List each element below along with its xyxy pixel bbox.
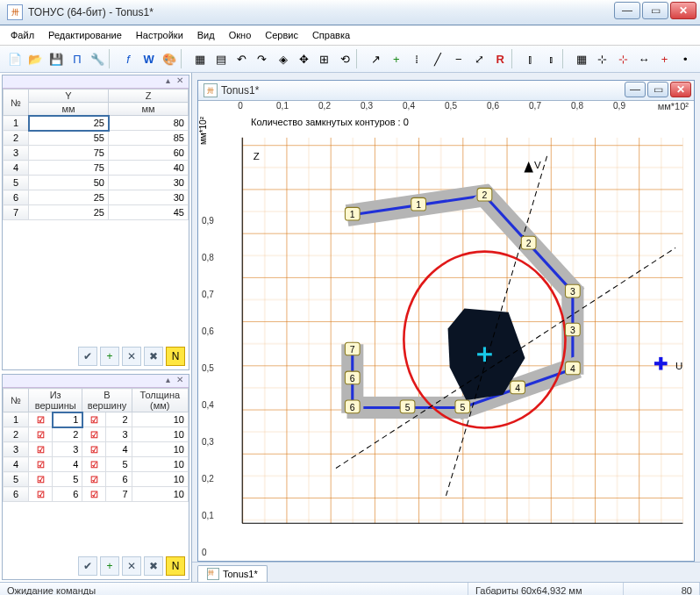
cell-y[interactable]: 55: [29, 131, 109, 146]
table-row-header[interactable]: 5: [4, 176, 29, 190]
add-icon[interactable]: +: [100, 556, 119, 576]
save-icon[interactable]: 💾: [46, 49, 66, 68]
grid2-icon[interactable]: ▤: [211, 49, 231, 68]
menu-settings[interactable]: Настройки: [131, 28, 189, 42]
cell-from[interactable]: 1: [53, 412, 82, 427]
table-row-header[interactable]: 6: [4, 190, 29, 205]
doc-maximize-button[interactable]: ▭: [647, 82, 668, 97]
n-icon[interactable]: N: [166, 556, 185, 576]
cell-y[interactable]: 75: [29, 146, 109, 161]
cell-chk[interactable]: ☑: [29, 472, 53, 487]
panel-close-icon[interactable]: ▴ ✕: [3, 375, 189, 388]
cell-z[interactable]: 85: [109, 131, 189, 146]
cell-chk[interactable]: ☑: [82, 427, 106, 442]
axes1-icon[interactable]: ⊹: [593, 49, 612, 68]
cell-chk[interactable]: ☑: [29, 487, 53, 502]
doc-minimize-button[interactable]: —: [625, 82, 646, 97]
hatch-icon[interactable]: ▦: [572, 49, 591, 68]
menu-service[interactable]: Сервис: [260, 28, 304, 42]
cell-to[interactable]: 3: [106, 427, 132, 442]
clear-icon[interactable]: ✖: [144, 347, 163, 366]
mirror-v-icon[interactable]: ⫾: [542, 49, 561, 68]
minimize-button[interactable]: —: [614, 2, 640, 19]
cell-z[interactable]: 45: [109, 205, 189, 220]
axes2-icon[interactable]: ⊹: [613, 49, 632, 68]
dash2-icon[interactable]: −: [449, 49, 468, 68]
cell-z[interactable]: 30: [109, 176, 189, 190]
cell-to[interactable]: 5: [106, 457, 132, 472]
cell-chk[interactable]: ☑: [29, 442, 53, 457]
n-icon[interactable]: N: [166, 347, 185, 366]
cell-thick[interactable]: 10: [132, 427, 188, 442]
table-row-header[interactable]: 2: [4, 131, 29, 146]
palette-icon[interactable]: 🎨: [161, 49, 180, 68]
table-row-header[interactable]: 4: [4, 161, 29, 176]
dot-icon[interactable]: •: [675, 49, 695, 68]
table-row-header[interactable]: 4: [4, 457, 29, 472]
new-file-icon[interactable]: 📄: [5, 49, 25, 68]
cell-chk[interactable]: ☑: [82, 412, 106, 427]
cell-chk[interactable]: ☑: [29, 457, 53, 472]
cell-thick[interactable]: 10: [132, 442, 188, 457]
mirror-h-icon[interactable]: ⫿: [521, 49, 540, 68]
apply-icon[interactable]: ✔: [78, 347, 97, 366]
menu-window[interactable]: Окно: [224, 28, 257, 42]
table-row-header[interactable]: 7: [4, 205, 29, 220]
table-row-header[interactable]: 6: [4, 487, 29, 502]
grid1-icon[interactable]: ▦: [190, 49, 210, 68]
cell-thick[interactable]: 10: [132, 472, 188, 487]
dim-icon[interactable]: ↔: [634, 49, 654, 68]
table-row-header[interactable]: 1: [4, 116, 29, 131]
menu-help[interactable]: Справка: [307, 28, 355, 42]
cell-chk[interactable]: ☑: [82, 487, 106, 502]
table-row-header[interactable]: 3: [4, 442, 29, 457]
refresh-icon[interactable]: ⟲: [336, 49, 355, 68]
delete-icon[interactable]: ✕: [122, 556, 141, 576]
cell-thick[interactable]: 10: [132, 412, 188, 427]
cell-chk[interactable]: ☑: [82, 457, 106, 472]
redo-icon[interactable]: ↷: [253, 49, 272, 68]
cross-icon[interactable]: +: [655, 49, 675, 68]
section-icon[interactable]: П: [68, 49, 87, 68]
add-icon[interactable]: +: [100, 347, 119, 366]
canvas[interactable]: 00,10,20,30,40,50,60,70,80,9 00,10,20,30…: [198, 101, 694, 561]
export-icon[interactable]: 🔧: [89, 49, 108, 68]
cell-to[interactable]: 7: [106, 487, 132, 502]
cell-y[interactable]: 25: [29, 190, 109, 205]
close-button[interactable]: ✕: [670, 2, 696, 19]
segments-table[interactable]: № Из вершины В вершину Толщина (мм) 1☑1☑…: [3, 388, 189, 502]
point-plus-icon[interactable]: +: [387, 49, 406, 68]
menu-edit[interactable]: Редактирование: [43, 28, 127, 42]
table-row-header[interactable]: 2: [4, 427, 29, 442]
cell-from[interactable]: 4: [53, 457, 82, 472]
table-row-header[interactable]: 3: [4, 146, 29, 161]
cell-z[interactable]: 80: [109, 116, 189, 131]
italic-f-icon[interactable]: f: [118, 49, 138, 68]
move-icon[interactable]: ✥: [294, 49, 313, 68]
table-row-header[interactable]: 1: [4, 412, 29, 427]
r-icon[interactable]: R: [490, 49, 510, 68]
snap-icon[interactable]: ⤢: [470, 49, 489, 68]
cell-to[interactable]: 6: [106, 472, 132, 487]
menu-file[interactable]: Файл: [5, 28, 39, 42]
menu-view[interactable]: Вид: [192, 28, 220, 42]
apply-icon[interactable]: ✔: [78, 556, 97, 576]
cell-z[interactable]: 30: [109, 190, 189, 205]
cell-from[interactable]: 3: [53, 442, 82, 457]
clear-icon[interactable]: ✖: [144, 556, 163, 576]
diag-icon[interactable]: ╱: [428, 49, 447, 68]
word-icon[interactable]: W: [139, 49, 159, 68]
cell-to[interactable]: 4: [106, 442, 132, 457]
cell-z[interactable]: 60: [109, 146, 189, 161]
cell-thick[interactable]: 10: [132, 487, 188, 502]
cell-y[interactable]: 25: [29, 116, 109, 131]
doc-close-button[interactable]: ✕: [670, 82, 691, 97]
table-row-header[interactable]: 5: [4, 472, 29, 487]
delete-icon[interactable]: ✕: [122, 347, 141, 366]
cell-y[interactable]: 50: [29, 176, 109, 190]
dash-icon[interactable]: ⁞: [408, 49, 427, 68]
cell-to[interactable]: 2: [106, 412, 132, 427]
undo-icon[interactable]: ↶: [232, 49, 251, 68]
cell-z[interactable]: 40: [109, 161, 189, 176]
cell-chk[interactable]: ☑: [82, 442, 106, 457]
